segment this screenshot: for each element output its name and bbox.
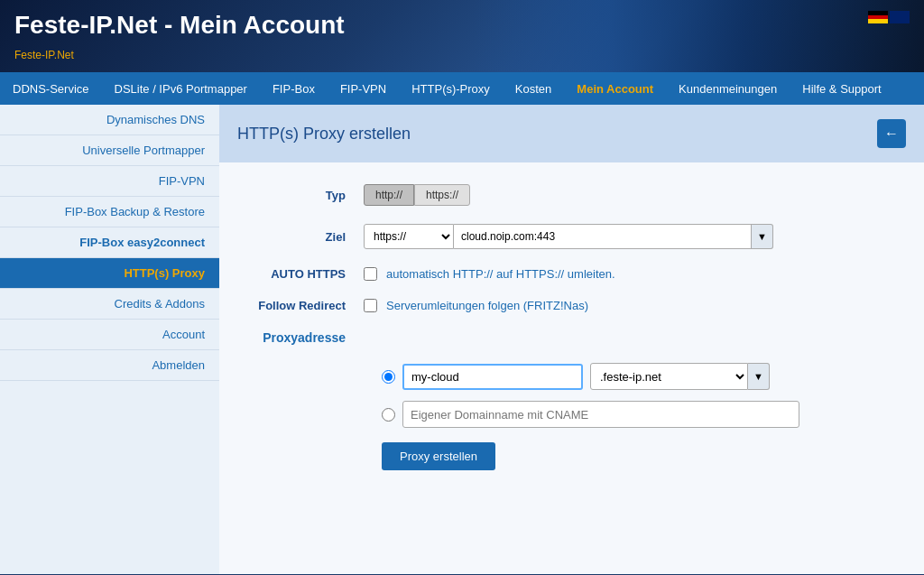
nav-hilfe[interactable]: Hilfe & Support (790, 72, 893, 105)
nav-fipvpn[interactable]: FIP-VPN (328, 72, 399, 105)
main-nav: DDNS-Service DSLite / IPv6 Portmapper FI… (0, 72, 924, 105)
nav-fipbox[interactable]: FIP-Box (260, 72, 328, 105)
nav-mein-account[interactable]: Mein Account (564, 72, 666, 105)
header-subtitle: Feste-IP.Net (14, 49, 74, 61)
typ-row: Typ http:// https:// (246, 184, 897, 206)
sidebar-item-fip-vpn[interactable]: FIP-VPN (0, 166, 219, 197)
proxy-domain-group: .feste-ip.net ▼ (590, 363, 770, 390)
ziel-group: https:// ▼ (364, 224, 773, 249)
ziel-host-input[interactable] (454, 224, 752, 249)
auto-https-checkbox[interactable] (364, 267, 377, 281)
create-button-row: Proxy erstellen (246, 442, 897, 470)
follow-redirect-checkbox-group: Serverumleitungen folgen (FRITZ!Nas) (364, 299, 588, 312)
proxy-radio-row-2 (382, 401, 897, 428)
sidebar-item-abmelden[interactable]: Abmelden (0, 350, 219, 381)
proxy-radio-2[interactable] (382, 408, 395, 422)
nav-kundenmeinungen[interactable]: Kundenmeinungen (666, 72, 790, 105)
flag-en-icon[interactable] (890, 11, 910, 23)
ziel-row: Ziel https:// ▼ (246, 224, 897, 249)
sidebar-item-dynamisches-dns[interactable]: Dynamisches DNS (0, 105, 219, 135)
typ-label: Typ (246, 189, 364, 202)
back-button[interactable]: ← (877, 119, 906, 148)
layout: Dynamisches DNS Universelle Portmapper F… (0, 105, 924, 574)
content-title: HTTP(s) Proxy erstellen (237, 125, 411, 144)
auto-https-desc: automatisch HTTP:// auf HTTPS:// umleite… (386, 267, 615, 281)
header: Feste-IP.Net - Mein Account Feste-IP.Net (0, 0, 924, 72)
sidebar-item-fipbox-backup[interactable]: FIP-Box Backup & Restore (0, 197, 219, 227)
sidebar-item-https-proxy[interactable]: HTTP(s) Proxy (0, 258, 219, 289)
typ-http-button[interactable]: http:// (364, 184, 414, 206)
ziel-dropdown-arrow[interactable]: ▼ (752, 224, 773, 249)
proxy-domain-arrow-icon[interactable]: ▼ (748, 363, 770, 390)
proxy-subdomain-input[interactable] (402, 364, 583, 390)
proxy-cname-input[interactable] (402, 401, 799, 428)
sidebar-item-fipbox-easy2connect[interactable]: FIP-Box easy2connect (0, 227, 219, 258)
proxy-radio-1[interactable] (382, 370, 395, 384)
nav-ddns[interactable]: DDNS-Service (0, 72, 102, 105)
main-content: HTTP(s) Proxy erstellen ← Typ http:// ht… (219, 105, 924, 574)
form-area: Typ http:// https:// Ziel https:// ▼ (219, 162, 924, 492)
nav-https-proxy[interactable]: HTTP(s)-Proxy (399, 72, 503, 105)
auto-https-row: AUTO HTTPS automatisch HTTP:// auf HTTPS… (246, 267, 897, 281)
follow-redirect-label: Follow Redirect (246, 299, 364, 312)
nav-kosten[interactable]: Kosten (503, 72, 564, 105)
auto-https-checkbox-group: automatisch HTTP:// auf HTTPS:// umleite… (364, 267, 615, 281)
follow-redirect-row: Follow Redirect Serverumleitungen folgen… (246, 299, 897, 312)
proxyadresse-label: Proxyadresse (246, 330, 364, 345)
proxy-domain-select[interactable]: .feste-ip.net (590, 363, 748, 390)
sidebar-item-account[interactable]: Account (0, 320, 219, 350)
proxyadresse-label-row: Proxyadresse (246, 330, 897, 345)
follow-redirect-checkbox[interactable] (364, 299, 377, 312)
proxy-radio-row-1: .feste-ip.net ▼ (382, 363, 897, 390)
ziel-protocol-select[interactable]: https:// (364, 224, 454, 249)
sidebar-item-credits[interactable]: Credits & Addons (0, 289, 219, 320)
typ-https-button[interactable]: https:// (414, 184, 470, 206)
auto-https-label: AUTO HTTPS (246, 267, 364, 281)
nav-dslite[interactable]: DSLite / IPv6 Portmapper (102, 72, 260, 105)
flag-de-icon[interactable] (868, 11, 888, 23)
header-title: Feste-IP.Net - Mein Account (14, 11, 345, 40)
follow-redirect-desc: Serverumleitungen folgen (FRITZ!Nas) (386, 299, 588, 312)
ziel-label: Ziel (246, 230, 364, 244)
sidebar-item-portmapper[interactable]: Universelle Portmapper (0, 135, 219, 166)
sidebar: Dynamisches DNS Universelle Portmapper F… (0, 105, 219, 574)
create-proxy-button[interactable]: Proxy erstellen (382, 442, 495, 470)
typ-button-group: http:// https:// (364, 184, 470, 206)
flag-group (868, 11, 910, 23)
content-header: HTTP(s) Proxy erstellen ← (219, 105, 924, 162)
